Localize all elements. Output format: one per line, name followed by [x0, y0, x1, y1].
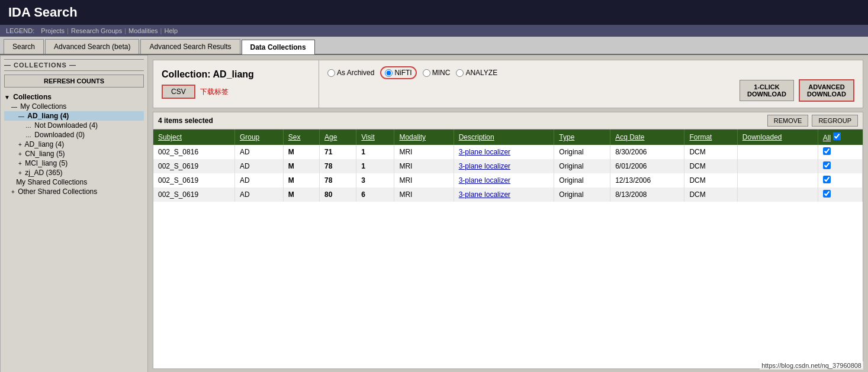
one-click-download-button[interactable]: 1-CLICK DOWNLOAD — [740, 80, 794, 101]
cell-format: DCM — [684, 145, 737, 159]
radio-as-archived[interactable] — [327, 69, 335, 77]
tab-advanced-results[interactable]: Advanced Search Results — [140, 39, 240, 54]
collection-name-box: Collection: AD_liang CSV 下载标签 — [153, 60, 319, 108]
cell-sex: M — [283, 173, 319, 187]
row-checkbox[interactable] — [823, 176, 831, 183]
tree-label-my-collections: My Collections — [20, 102, 66, 111]
col-description[interactable]: Description — [454, 130, 554, 145]
data-table-wrap: Subject Group Sex Age Visit Modality Des… — [153, 129, 863, 369]
cell-age: 80 — [320, 187, 356, 202]
refresh-counts-button[interactable]: REFRESH COUNTS — [4, 75, 144, 88]
col-all[interactable]: All — [818, 130, 862, 145]
row-checkbox[interactable] — [823, 161, 831, 169]
cell-group: AD — [234, 145, 283, 159]
tree-item-not-downloaded[interactable]: … Not Downloaded (4) — [4, 121, 144, 130]
tree-label-zj-ad: zj_AD (365) — [25, 169, 62, 177]
cell-type: Original — [554, 145, 610, 159]
right-panel: Collection: AD_liang CSV 下载标签 As Archive… — [148, 55, 868, 372]
tree-label-collections: Collections — [13, 93, 52, 101]
tree-item-other-shared[interactable]: + Other Shared Collections — [4, 187, 144, 196]
cell-group: AD — [234, 187, 283, 202]
cell-checkbox[interactable] — [818, 173, 862, 187]
row-checkbox[interactable] — [823, 190, 831, 198]
cell-downloaded — [737, 145, 818, 159]
main-content: — COLLECTIONS — REFRESH COUNTS ▼ Collect… — [0, 55, 868, 372]
tree-label-ad-liang2: AD_liang (4) — [25, 140, 65, 148]
advanced-download-button[interactable]: ADVANCED DOWNLOAD — [799, 79, 854, 102]
format-nifti[interactable]: NiFTI — [380, 66, 416, 79]
cell-visit: 1 — [356, 145, 394, 159]
cell-checkbox[interactable] — [818, 145, 862, 159]
legend-projects[interactable]: Projects — [41, 27, 65, 34]
expand-icon-my: — — [11, 103, 17, 110]
cell-group: AD — [234, 159, 283, 173]
col-age[interactable]: Age — [320, 130, 356, 145]
col-modality[interactable]: Modality — [394, 130, 454, 145]
table-toolbar: 4 items selected REMOVE REGROUP — [153, 112, 863, 129]
tab-advanced-search[interactable]: Advanced Search (beta) — [45, 39, 139, 54]
radio-analyze[interactable] — [456, 69, 464, 77]
col-downloaded[interactable]: Downloaded — [737, 130, 818, 145]
cell-visit: 6 — [356, 187, 394, 202]
format-minc[interactable]: MINC — [423, 69, 451, 77]
legend-help[interactable]: Help — [164, 27, 178, 34]
tree-item-ad-liang-active[interactable]: — AD_liang (4) — [4, 111, 144, 121]
app-title: IDA Search — [0, 0, 868, 25]
cell-age: 78 — [320, 159, 356, 173]
legend-label: LEGEND: — [6, 27, 34, 34]
cell-subject: 002_S_0619 — [153, 173, 234, 187]
tree-item-mci-liang[interactable]: + MCI_liang (5) — [4, 158, 144, 168]
col-format[interactable]: Format — [684, 130, 737, 145]
toolbar-buttons: REMOVE REGROUP — [767, 115, 858, 127]
legend-bar: LEGEND: Projects | Research Groups | Mod… — [0, 25, 868, 37]
items-selected: 4 items selected — [158, 117, 213, 125]
radio-minc[interactable] — [423, 69, 430, 77]
col-sex[interactable]: Sex — [283, 130, 319, 145]
cell-modality: MRI — [394, 159, 454, 173]
legend-modalities[interactable]: Modalities — [128, 27, 158, 34]
tree-item-downloaded[interactable]: … Downloaded (0) — [4, 130, 144, 140]
cell-subject: 002_S_0816 — [153, 145, 234, 159]
cell-checkbox[interactable] — [818, 159, 862, 173]
cell-modality: MRI — [394, 145, 454, 159]
radio-nifti[interactable] — [385, 69, 393, 77]
tree-item-collections[interactable]: ▼ Collections — [4, 92, 144, 102]
cell-description: 3-plane localizer — [454, 145, 554, 159]
tree-item-ad-liang2[interactable]: + AD_liang (4) — [4, 140, 144, 149]
table-row: 002_S_0619 AD M 80 6 MRI 3-plane localiz… — [153, 187, 863, 202]
tree-item-my-shared[interactable]: My Shared Collections — [4, 177, 144, 187]
tree-item-cn-liang[interactable]: + CN_liang (5) — [4, 149, 144, 158]
csv-button[interactable]: CSV — [162, 85, 195, 99]
remove-button[interactable]: REMOVE — [767, 115, 809, 127]
cell-format: DCM — [684, 159, 737, 173]
download-buttons: 1-CLICK DOWNLOAD ADVANCED DOWNLOAD — [327, 79, 854, 102]
expand-icon: ▼ — [4, 94, 10, 101]
tab-data-collections[interactable]: Data Collections — [242, 40, 315, 54]
tab-search[interactable]: Search — [4, 39, 44, 54]
tree-item-zj-ad[interactable]: + zj_AD (365) — [4, 168, 144, 177]
cell-acq-date: 8/30/2006 — [610, 145, 684, 159]
cell-acq-date: 8/13/2008 — [610, 187, 684, 202]
format-as-archived[interactable]: As Archived — [327, 69, 374, 77]
table-row: 002_S_0816 AD M 71 1 MRI 3-plane localiz… — [153, 145, 863, 159]
col-subject[interactable]: Subject — [153, 130, 234, 145]
format-analyze[interactable]: ANALYZE — [456, 69, 497, 77]
row-checkbox[interactable] — [823, 147, 831, 155]
col-type[interactable]: Type — [554, 130, 610, 145]
col-acq-date[interactable]: Acq Date — [610, 130, 684, 145]
table-row: 002_S_0619 AD M 78 1 MRI 3-plane localiz… — [153, 159, 863, 173]
cell-age: 78 — [320, 173, 356, 187]
tree-item-my-collections[interactable]: — My Collections — [4, 102, 144, 111]
legend-research-groups[interactable]: Research Groups — [71, 27, 122, 34]
collection-options: As Archived NiFTI MINC ANALYZE — [319, 60, 863, 108]
tree-label-not-downloaded: Not Downloaded (4) — [34, 121, 98, 130]
cell-format: DCM — [684, 173, 737, 187]
col-visit[interactable]: Visit — [356, 130, 394, 145]
collection-header: Collection: AD_liang CSV 下载标签 As Archive… — [153, 60, 863, 108]
cell-sex: M — [283, 159, 319, 173]
col-group[interactable]: Group — [234, 130, 283, 145]
cell-age: 71 — [320, 145, 356, 159]
cell-checkbox[interactable] — [818, 187, 862, 202]
select-all-checkbox[interactable] — [833, 132, 841, 140]
regroup-button[interactable]: REGROUP — [812, 115, 858, 127]
